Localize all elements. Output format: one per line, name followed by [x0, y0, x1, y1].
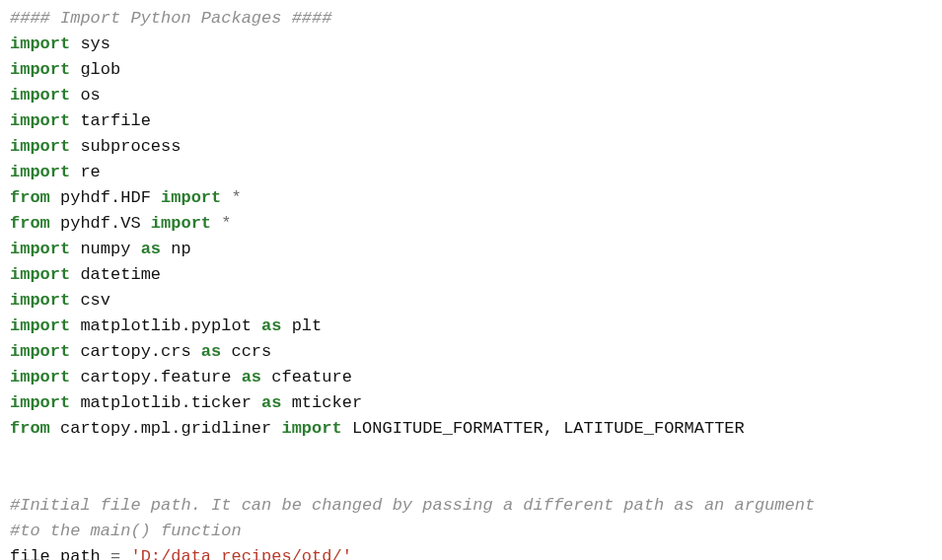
kw-import: import — [281, 419, 341, 438]
kw-import: import — [10, 60, 70, 79]
alias-plt: plt — [292, 316, 323, 335]
kw-as: as — [261, 393, 281, 412]
import-formatters: LONGITUDE_FORMATTER, LATITUDE_FORMATTER — [352, 419, 745, 438]
kw-import: import — [10, 393, 70, 412]
comment-path-1: #Initial file path. It can be changed by… — [10, 496, 815, 515]
module-cartopy-feature: cartopy.feature — [80, 368, 231, 386]
module-tarfile: tarfile — [80, 111, 150, 130]
kw-from: from — [10, 214, 50, 233]
kw-import: import — [10, 163, 70, 181]
module-matplotlib-ticker: matplotlib.ticker — [80, 393, 251, 412]
module-cartopy-gridliner: cartopy.mpl.gridliner — [60, 419, 271, 438]
module-subprocess: subprocess — [80, 137, 181, 156]
kw-as: as — [242, 368, 261, 386]
kw-import: import — [10, 342, 70, 361]
module-glob: glob — [80, 60, 120, 79]
module-pyhdf-vs: pyhdf.VS — [60, 214, 141, 233]
kw-import: import — [10, 137, 70, 156]
star-operator: * — [231, 188, 241, 207]
alias-ccrs: ccrs — [231, 342, 271, 361]
kw-import: import — [10, 35, 70, 53]
kw-import: import — [10, 111, 70, 130]
module-cartopy-crs: cartopy.crs — [80, 342, 190, 361]
kw-as: as — [201, 342, 221, 361]
alias-np: np — [171, 240, 190, 258]
python-source-code: #### Import Python Packages #### import … — [0, 0, 942, 560]
alias-cfeature: cfeature — [271, 368, 352, 386]
var-file-path: file_path — [10, 547, 101, 560]
kw-from: from — [10, 419, 50, 438]
kw-import: import — [10, 368, 70, 386]
module-sys: sys — [80, 35, 110, 53]
module-matplotlib-pyplot: matplotlib.pyplot — [80, 316, 251, 335]
equals-operator: = — [110, 547, 120, 560]
string-file-path-value: 'D:/data_recipes/otd/' — [130, 547, 351, 560]
kw-import: import — [161, 188, 221, 207]
comment-path-2: #to the main() function — [10, 522, 242, 540]
module-datetime: datetime — [80, 265, 161, 284]
module-pyhdf-hdf: pyhdf.HDF — [60, 188, 151, 207]
comment-header: #### Import Python Packages #### — [10, 9, 331, 28]
kw-import: import — [10, 291, 70, 310]
kw-import: import — [10, 316, 70, 335]
kw-from: from — [10, 188, 50, 207]
kw-import: import — [10, 240, 70, 258]
kw-import: import — [151, 214, 211, 233]
alias-mticker: mticker — [292, 393, 362, 412]
module-numpy: numpy — [80, 240, 130, 258]
star-operator: * — [221, 214, 231, 233]
module-os: os — [80, 86, 100, 105]
kw-as: as — [261, 316, 281, 335]
kw-import: import — [10, 265, 70, 284]
kw-import: import — [10, 86, 70, 105]
module-csv: csv — [80, 291, 110, 310]
module-re: re — [80, 163, 100, 181]
kw-as: as — [141, 240, 161, 258]
